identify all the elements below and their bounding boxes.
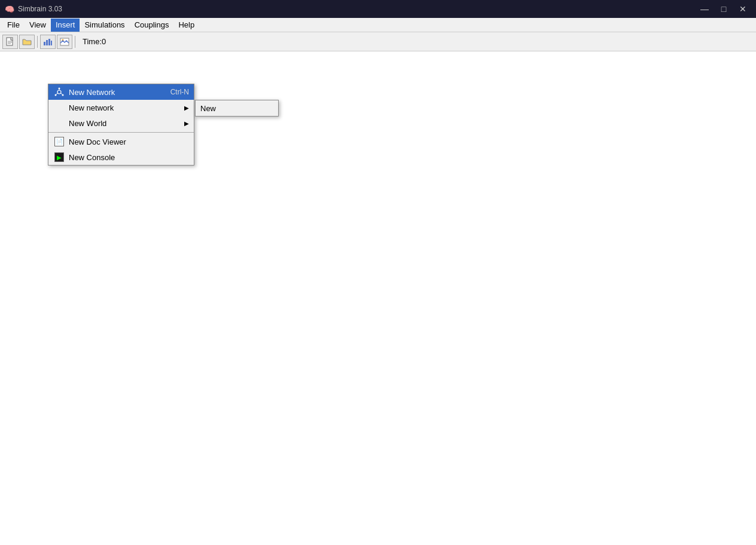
open-file-button[interactable]: [19, 35, 35, 49]
new-world-item[interactable]: New World ▶: [48, 115, 194, 131]
dropdown-separator: [48, 132, 194, 133]
submenu-new-label: New: [200, 104, 216, 113]
svg-rect-5: [46, 40, 48, 45]
new-doc-viewer-item[interactable]: 📄 New Doc Viewer: [48, 134, 194, 149]
title-bar: 🧠 Simbrain 3.03 — □ ✕: [0, 0, 756, 18]
menu-insert[interactable]: Insert: [51, 19, 80, 32]
image-button[interactable]: [57, 35, 72, 49]
time-display: Time:0: [83, 37, 106, 46]
svg-point-13: [62, 94, 64, 96]
close-button[interactable]: ✕: [734, 2, 751, 16]
svg-point-12: [55, 94, 57, 96]
new-network-shortcut: Ctrl-N: [170, 88, 189, 96]
menu-simulations[interactable]: Simulations: [80, 19, 129, 32]
new-network-submenu: New: [195, 100, 279, 117]
app-title: Simbrain 3.03: [18, 5, 696, 13]
new-network-item[interactable]: New Network Ctrl-N: [48, 84, 194, 100]
insert-dropdown: New Network Ctrl-N New network ▶ New New…: [48, 84, 194, 166]
app-icon: 🧠: [5, 4, 14, 14]
doc-viewer-icon: 📄: [53, 136, 65, 148]
menu-file[interactable]: File: [2, 19, 25, 32]
svg-rect-4: [44, 42, 45, 45]
menu-view[interactable]: View: [25, 19, 51, 32]
submenu-new-item[interactable]: New: [196, 100, 278, 116]
new-network-label: New Network: [69, 88, 170, 97]
menu-couplings[interactable]: Couplings: [130, 19, 174, 32]
submenu-arrow-1: ▶: [184, 105, 189, 111]
workspace: New Network Ctrl-N New network ▶ New New…: [0, 51, 756, 545]
network-menu-icon: [53, 86, 65, 98]
chart-button[interactable]: [40, 35, 56, 49]
svg-rect-6: [48, 39, 50, 45]
menu-help[interactable]: Help: [173, 19, 199, 32]
toolbar-separator-1: [37, 36, 38, 48]
new-world-icon: [53, 117, 65, 129]
submenu-arrow-2: ▶: [184, 120, 189, 127]
svg-point-10: [57, 90, 61, 94]
new-world-label: New World: [69, 119, 182, 128]
new-console-item[interactable]: ▶ New Console: [48, 149, 194, 165]
svg-rect-7: [51, 41, 52, 45]
new-network-sub-label: New network: [69, 103, 182, 112]
console-icon: ▶: [53, 151, 65, 163]
new-console-label: New Console: [69, 153, 189, 162]
new-doc-viewer-label: New Doc Viewer: [69, 137, 189, 146]
menu-bar: File View Insert Simulations Couplings H…: [0, 18, 756, 32]
svg-line-15: [56, 93, 57, 94]
svg-line-16: [61, 93, 62, 94]
new-network-sub-icon: [53, 102, 65, 114]
toolbar-separator-2: [75, 36, 75, 48]
minimize-button[interactable]: —: [696, 2, 713, 16]
svg-point-11: [59, 88, 60, 90]
new-file-button[interactable]: [2, 35, 18, 49]
window-controls: — □ ✕: [696, 2, 751, 16]
toolbar: Time:0: [0, 32, 756, 51]
maximize-button[interactable]: □: [715, 2, 732, 16]
new-network-sub-item[interactable]: New network ▶ New: [48, 100, 194, 115]
